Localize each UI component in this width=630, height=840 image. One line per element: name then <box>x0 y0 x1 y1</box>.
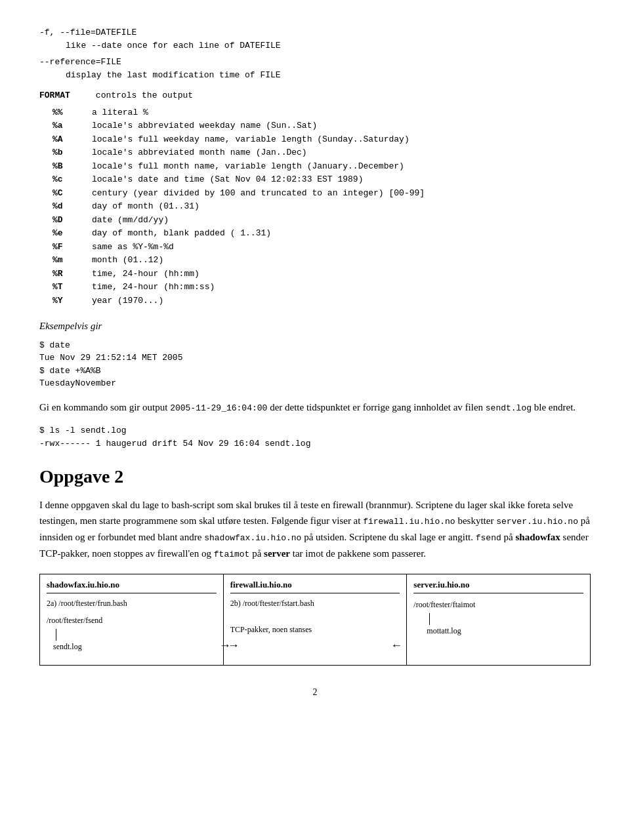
prose1-text: Gi en kommando som gir output 2005-11-29… <box>39 399 591 416</box>
diagram-box-shadowfax: shadowfax.iu.hio.no 2a) /root/ftester/fr… <box>40 574 224 665</box>
ls-line2: -rwx------ 1 haugerud drift 54 Nov 29 16… <box>39 437 591 450</box>
shadowfax-title: shadowfax.iu.hio.no <box>47 578 217 594</box>
page-number: 2 <box>39 685 591 699</box>
oppgave2-para1: I denne oppgaven skal du lage to bash-sc… <box>39 497 591 561</box>
format-key-b: %b <box>52 146 92 159</box>
diagram-section: shadowfax.iu.hio.no 2a) /root/ftester/fr… <box>39 574 591 666</box>
arrow-right-1: → <box>219 637 231 654</box>
format-section: FORMAT controls the output %% a literal … <box>39 89 591 307</box>
shadowfax-sendtlog: sendt.log <box>53 641 82 652</box>
format-row-c: %c locale's date and time (Sat Nov 04 12… <box>52 173 591 186</box>
format-desc-D: date (mm/dd/yy) <box>92 214 169 227</box>
example-code: $ date Tue Nov 29 21:52:14 MET 2005 $ da… <box>39 339 591 390</box>
firewall-item1: 2b) /root/ftester/fstart.bash <box>230 597 400 609</box>
shadowfax-arrow-down: sendt.log <box>53 629 102 652</box>
format-row-C: %C century (year divided by 100 and trun… <box>52 187 591 200</box>
ftaimot-code: ftaimot <box>214 550 250 559</box>
format-key-R: %R <box>52 268 92 281</box>
ls-section: $ ls -l sendt.log -rwx------ 1 haugerud … <box>39 424 591 450</box>
format-desc-C: century (year divided by 100 and truncat… <box>92 187 425 200</box>
diagram-box-firewall: firewall.iu.hio.no 2b) /root/ftester/fst… <box>224 574 408 665</box>
server-ftaimot: /root/ftester/ftaimot mottatt.log <box>413 599 583 637</box>
format-header: FORMAT controls the output <box>39 89 591 102</box>
format-row-m: %m month (01..12) <box>52 254 591 267</box>
format-row-B: %B locale's full month name, variable le… <box>52 160 591 173</box>
fsend-code: fsend <box>476 533 501 543</box>
header-section: -f, --file=DATEFILE like --date once for… <box>39 26 591 81</box>
diagram-box-server: server.iu.hio.no /root/ftester/ftaimot m… <box>407 574 590 665</box>
format-key-a: %a <box>52 119 92 132</box>
format-key-C: %C <box>52 187 92 200</box>
format-key-Y: %Y <box>52 294 92 308</box>
format-row-a: %a locale's abbreviated weekday name (Su… <box>52 119 591 132</box>
server-label: server <box>264 548 290 559</box>
oppgave2-heading: Oppgave 2 <box>39 463 591 490</box>
oppgave2-section: Oppgave 2 I denne oppgaven skal du lage … <box>39 463 591 561</box>
timestamp-code: 2005-11-29_16:04:00 <box>170 403 267 413</box>
shadowfax-item1: 2a) /root/ftester/frun.bash <box>47 597 217 609</box>
format-key-d: %d <box>52 200 92 213</box>
shadowfax-label: shadowfax <box>515 532 560 542</box>
format-desc-m: month (01..12) <box>92 254 163 267</box>
shadowfax-fsend: /root/ftester/fsend sendt.log <box>47 614 217 652</box>
format-desc-Y: year (1970...) <box>92 294 163 308</box>
format-key-T: %T <box>52 281 92 294</box>
shadowfax-fsend-text: /root/ftester/fsend <box>47 614 102 626</box>
code-line-3: $ date +%A%B <box>39 365 591 378</box>
format-key-D: %D <box>52 214 92 227</box>
format-desc-A: locale's full weekday name, variable len… <box>92 133 410 146</box>
prose1-section: Gi en kommando som gir output 2005-11-29… <box>39 399 591 416</box>
diagram-outer: shadowfax.iu.hio.no 2a) /root/ftester/fr… <box>39 574 591 666</box>
format-row-Y: %Y year (1970...) <box>52 294 591 308</box>
format-row-A: %A locale's full weekday name, variable … <box>52 133 591 146</box>
format-desc: controls the output <box>75 90 193 100</box>
server-hostname: server.iu.hio.no <box>496 517 578 527</box>
format-desc-T: time, 24-hour (hh:mm:ss) <box>92 281 215 294</box>
shadowfax-hostname: shadowfax.iu.hio.no <box>204 533 301 543</box>
format-key-B: %B <box>52 160 92 173</box>
header-line1: -f, --file=DATEFILE <box>39 26 591 39</box>
format-desc-R: time, 24-hour (hh:mm) <box>92 268 200 281</box>
firewall-tcp: TCP-pakker, noen stanses <box>230 624 400 635</box>
eksempelvis-section: Eksempelvis gir $ date Tue Nov 29 21:52:… <box>39 319 591 390</box>
format-desc-F: same as %Y-%m-%d <box>92 241 174 254</box>
format-desc-B: locale's full month name, variable lengt… <box>92 160 404 173</box>
server-title: server.iu.hio.no <box>413 578 583 594</box>
server-arrow-down: mottatt.log <box>427 613 583 637</box>
ls-code: $ ls -l sendt.log -rwx------ 1 haugerud … <box>39 424 591 450</box>
format-key-m: %m <box>52 254 92 267</box>
format-row-T: %T time, 24-hour (hh:mm:ss) <box>52 281 591 294</box>
header-line3: --reference=FILE <box>39 56 591 69</box>
server-mottattlog: mottatt.log <box>427 625 461 637</box>
header-line2: like --date once for each line of DATEFI… <box>66 39 591 52</box>
eksempelvis-label: Eksempelvis gir <box>39 319 591 334</box>
code-line-1: $ date <box>39 339 591 352</box>
header-line4: display the last modification time of FI… <box>66 69 591 82</box>
format-desc-a: locale's abbreviated weekday name (Sun..… <box>92 119 317 132</box>
filename-sendt: sendt.log <box>486 403 532 413</box>
format-label: FORMAT <box>39 90 70 100</box>
format-desc-b: locale's abbreviated month name (Jan..De… <box>92 146 307 159</box>
firewall-hostname: firewall.iu.hio.no <box>363 517 455 527</box>
ls-line1: $ ls -l sendt.log <box>39 424 591 437</box>
format-desc-d: day of month (01..31) <box>92 200 200 213</box>
format-key-e: %e <box>52 227 92 240</box>
format-desc-e: day of month, blank padded ( 1..31) <box>92 227 271 240</box>
arrow-line-down <box>56 629 56 641</box>
format-desc-c: locale's date and time (Sat Nov 04 12:02… <box>92 173 363 186</box>
format-row-b: %b locale's abbreviated month name (Jan.… <box>52 146 591 159</box>
server-arrow-line <box>429 613 430 625</box>
format-desc-pct: a literal % <box>92 106 148 119</box>
arrow-left-2: ← <box>390 637 402 654</box>
format-table: %% a literal % %a locale's abbreviated w… <box>52 106 591 308</box>
format-row-d: %d day of month (01..31) <box>52 200 591 213</box>
format-row-R: %R time, 24-hour (hh:mm) <box>52 268 591 281</box>
code-line-2: Tue Nov 29 21:52:14 MET 2005 <box>39 351 591 365</box>
format-row-D: %D date (mm/dd/yy) <box>52 214 591 227</box>
format-row-e: %e day of month, blank padded ( 1..31) <box>52 227 591 240</box>
code-line-4: TuesdayNovember <box>39 377 591 390</box>
format-key-pct: %% <box>52 106 92 119</box>
firewall-title: firewall.iu.hio.no <box>230 578 400 594</box>
format-row-pct: %% a literal % <box>52 106 591 119</box>
format-row-F: %F same as %Y-%m-%d <box>52 241 591 254</box>
